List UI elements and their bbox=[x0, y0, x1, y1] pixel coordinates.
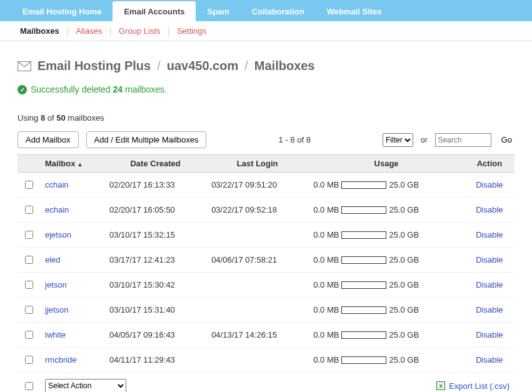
disable-link[interactable]: Disable bbox=[476, 305, 503, 314]
alert-prefix: Successfully deleted bbox=[31, 84, 111, 94]
add-edit-multiple-button[interactable]: Add / Edit Multiple Mailboxes bbox=[86, 131, 207, 148]
row-checkbox[interactable] bbox=[25, 306, 33, 314]
disable-link[interactable]: Disable bbox=[476, 280, 503, 289]
row-checkbox[interactable] bbox=[25, 181, 33, 189]
cell-last-login: 04/06/17 07:58:21 bbox=[206, 248, 308, 273]
table-row: jjetson03/10/17 15:31:400.0 MB25.0 GBDis… bbox=[18, 298, 514, 323]
cell-last-login: 03/22/17 09:52:18 bbox=[206, 198, 308, 223]
subnav-settings[interactable]: Settings bbox=[176, 26, 208, 36]
check-circle-icon bbox=[18, 85, 27, 94]
mailbox-link[interactable]: jjetson bbox=[45, 305, 69, 314]
usage-bar bbox=[341, 256, 386, 264]
breadcrumb-section: Mailboxes bbox=[254, 59, 315, 73]
bulk-action-select[interactable]: Select Action bbox=[45, 379, 126, 392]
table-row: echain02/20/17 16:05:5003/22/17 09:52:18… bbox=[18, 198, 514, 223]
disable-link[interactable]: Disable bbox=[476, 330, 503, 339]
select-all-checkbox[interactable] bbox=[25, 382, 33, 390]
success-alert: Successfully deleted 24 mailboxes. bbox=[18, 84, 514, 94]
mailbox-link[interactable]: lwhite bbox=[45, 330, 66, 339]
alert-suffix: mailboxes. bbox=[125, 84, 167, 94]
table-row: cchain02/20/17 16:13:3303/22/17 09:51:20… bbox=[18, 173, 514, 198]
table-footer: Select Action x Export List (.csv) bbox=[18, 373, 514, 393]
row-checkbox[interactable] bbox=[25, 256, 33, 264]
toolbar: Add Mailbox Add / Edit Multiple Mailboxe… bbox=[18, 131, 514, 148]
usage-bar bbox=[341, 331, 386, 339]
disable-link[interactable]: Disable bbox=[476, 205, 503, 214]
col-usage[interactable]: Usage bbox=[308, 155, 464, 173]
usage-bar bbox=[341, 231, 386, 239]
usage-bar bbox=[341, 206, 386, 214]
mailbox-link[interactable]: cchain bbox=[45, 180, 69, 189]
cell-usage: 0.0 MB25.0 GB bbox=[308, 298, 464, 323]
subnav-aliases[interactable]: Aliases bbox=[75, 26, 104, 36]
top-nav: Email Hosting Home Email Accounts Spam C… bbox=[0, 0, 532, 21]
tab-email-hosting-home[interactable]: Email Hosting Home bbox=[11, 1, 113, 21]
subnav-mailboxes[interactable]: Mailboxes bbox=[19, 26, 61, 36]
usage-bar bbox=[341, 181, 386, 189]
go-button[interactable]: Go bbox=[499, 133, 514, 146]
table-row: jetson03/10/17 15:30:420.0 MB25.0 GBDisa… bbox=[18, 273, 514, 298]
cell-date-created: 04/05/17 09:16:43 bbox=[104, 323, 206, 348]
mailbox-link[interactable]: rmcbride bbox=[45, 355, 77, 364]
breadcrumb: Email Hosting Plus / uav450.com / Mailbo… bbox=[18, 59, 514, 73]
table-row: rmcbride04/11/17 11:29:430.0 MB25.0 GBDi… bbox=[18, 348, 514, 373]
breadcrumb-domain: uav450.com bbox=[167, 59, 239, 73]
disable-link[interactable]: Disable bbox=[476, 180, 503, 189]
quota-used: 8 bbox=[41, 113, 45, 123]
subnav-group-lists[interactable]: Group Lists bbox=[118, 26, 161, 36]
content-area: Email Hosting Plus / uav450.com / Mailbo… bbox=[0, 41, 532, 392]
cell-usage: 0.0 MB25.0 GB bbox=[308, 223, 464, 248]
add-mailbox-button[interactable]: Add Mailbox bbox=[18, 131, 79, 148]
row-checkbox[interactable] bbox=[25, 206, 33, 214]
row-checkbox[interactable] bbox=[25, 231, 33, 239]
col-mailbox[interactable]: Mailbox▲ bbox=[40, 155, 104, 173]
row-checkbox[interactable] bbox=[25, 281, 33, 289]
mailbox-link[interactable]: ejetson bbox=[45, 230, 71, 239]
cell-date-created: 03/10/17 15:32:15 bbox=[104, 223, 206, 248]
disable-link[interactable]: Disable bbox=[476, 355, 503, 364]
cell-usage: 0.0 MB25.0 GB bbox=[308, 248, 464, 273]
usage-bar bbox=[341, 281, 386, 289]
sort-asc-icon: ▲ bbox=[77, 161, 83, 168]
mailbox-link[interactable]: eled bbox=[45, 255, 61, 264]
col-action: Action bbox=[464, 155, 514, 173]
tab-collaboration[interactable]: Collaboration bbox=[241, 1, 316, 21]
col-date-created[interactable]: Date Created bbox=[104, 155, 206, 173]
or-label: or bbox=[421, 136, 428, 144]
cell-last-login bbox=[206, 348, 308, 373]
filter-select[interactable]: Filter bbox=[383, 133, 413, 147]
cell-last-login bbox=[206, 273, 308, 298]
cell-last-login: 03/22/17 09:51:20 bbox=[206, 173, 308, 198]
usage-bar bbox=[341, 306, 386, 314]
alert-count: 24 bbox=[113, 84, 123, 94]
cell-usage: 0.0 MB25.0 GB bbox=[308, 323, 464, 348]
cell-last-login bbox=[206, 298, 308, 323]
row-checkbox[interactable] bbox=[25, 356, 33, 364]
cell-usage: 0.0 MB25.0 GB bbox=[308, 273, 464, 298]
breadcrumb-product: Email Hosting Plus bbox=[38, 59, 151, 73]
table-row: lwhite04/05/17 09:16:4304/13/17 14:26:15… bbox=[18, 323, 514, 348]
cell-usage: 0.0 MB25.0 GB bbox=[308, 173, 464, 198]
export-list-link[interactable]: x Export List (.csv) bbox=[436, 381, 509, 391]
tab-spam[interactable]: Spam bbox=[196, 1, 240, 21]
cell-usage: 0.0 MB25.0 GB bbox=[308, 348, 464, 373]
row-checkbox[interactable] bbox=[25, 331, 33, 339]
mail-icon bbox=[18, 61, 31, 71]
table-row: ejetson03/10/17 15:32:150.0 MB25.0 GBDis… bbox=[18, 223, 514, 248]
quota-line: Using 8 of 50 mailboxes bbox=[18, 113, 514, 123]
cell-date-created: 03/10/17 15:30:42 bbox=[104, 273, 206, 298]
page-range: 1 - 8 of 8 bbox=[214, 135, 375, 144]
tab-webmail-sites[interactable]: Webmail Sites bbox=[316, 1, 393, 21]
sub-nav: Mailboxes | Aliases | Group Lists | Sett… bbox=[0, 21, 532, 41]
mailbox-link[interactable]: echain bbox=[45, 205, 69, 214]
disable-link[interactable]: Disable bbox=[476, 230, 503, 239]
col-last-login[interactable]: Last Login bbox=[206, 155, 308, 173]
table-row: eled03/17/17 12:41:2304/06/17 07:58:210.… bbox=[18, 248, 514, 273]
mailbox-table: Mailbox▲ Date Created Last Login Usage A… bbox=[18, 154, 514, 392]
search-input[interactable] bbox=[435, 133, 491, 147]
cell-usage: 0.0 MB25.0 GB bbox=[308, 198, 464, 223]
mailbox-link[interactable]: jetson bbox=[45, 280, 67, 289]
quota-total: 50 bbox=[56, 113, 65, 123]
tab-email-accounts[interactable]: Email Accounts bbox=[113, 1, 196, 21]
disable-link[interactable]: Disable bbox=[476, 255, 503, 264]
